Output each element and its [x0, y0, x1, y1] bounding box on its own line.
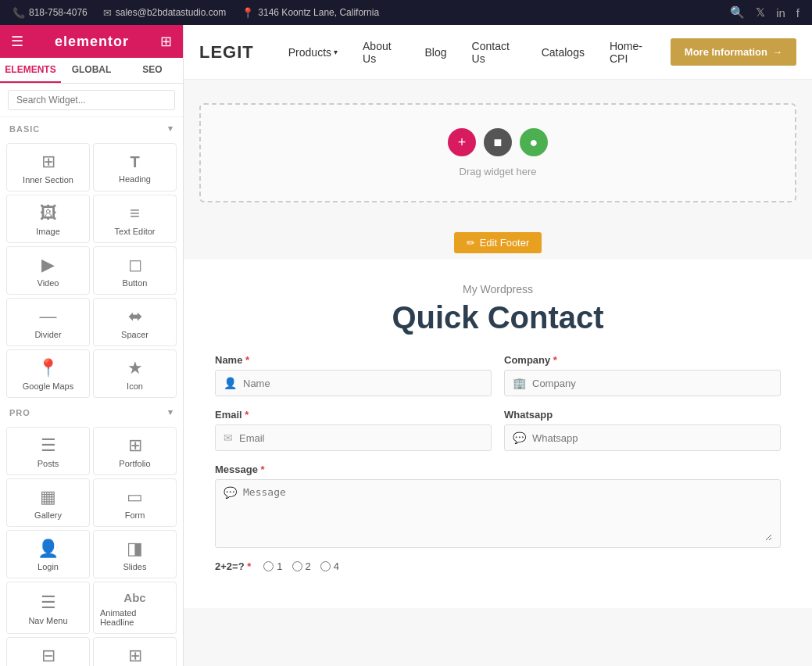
captcha-option-2[interactable]: 2: [292, 560, 311, 572]
edit-section-button[interactable]: ■: [484, 128, 512, 156]
footer-title: Quick Contact: [215, 300, 781, 335]
widget-label: Portfolio: [119, 459, 150, 468]
widget-label: Login: [38, 562, 59, 571]
company-input[interactable]: [532, 378, 772, 389]
widget-image[interactable]: 🖼 Image: [6, 195, 90, 243]
message-input-icon: 💬: [224, 486, 237, 541]
google-maps-icon: 📍: [38, 360, 59, 377]
phone-item: 📞 818-758-4076: [13, 7, 88, 19]
address-item: 📍 3146 Koontz Lane, California: [241, 7, 379, 19]
page-section: + ■ ● Drag widget here: [184, 80, 812, 226]
widget-inner-section[interactable]: ⊞ Inner Section: [6, 143, 90, 192]
widget-extra-2[interactable]: ⊞: [93, 637, 177, 666]
captcha-row: 2+2=? * 1 2 4: [215, 560, 781, 572]
sidebar-logo: elementor: [55, 34, 129, 50]
widget-animated-headline[interactable]: Abc Animated Headline: [93, 582, 177, 634]
captcha-option-1[interactable]: 1: [263, 560, 282, 572]
email-field: Email * ✉: [215, 409, 492, 451]
message-input[interactable]: [243, 486, 772, 541]
nav-home-cpi[interactable]: Home-CPI: [599, 34, 663, 71]
widget-label: Gallery: [34, 510, 62, 520]
widget-text-editor[interactable]: ≡ Text Editor: [93, 195, 177, 243]
top-bar-social: 🔍 𝕏 in f: [730, 5, 799, 20]
company-input-icon: 🏢: [513, 377, 526, 389]
captcha-radio-4[interactable]: [320, 561, 331, 571]
linkedin-icon[interactable]: in: [776, 6, 785, 20]
sidebar: ☰ elementor ⊞ ELEMENTS GLOBAL SEO BASIC …: [0, 25, 184, 666]
duplicate-section-button[interactable]: ●: [520, 128, 548, 156]
footer-section: My Wordpress Quick Contact Name * 👤: [184, 260, 812, 608]
video-icon: ▶: [41, 256, 55, 274]
widget-label: Video: [38, 278, 59, 288]
drag-label: Drag widget here: [460, 166, 537, 177]
widget-icon[interactable]: ★ Icon: [93, 349, 177, 398]
facebook-icon[interactable]: f: [796, 6, 799, 20]
widget-extra-1[interactable]: ⊟: [6, 637, 90, 666]
widget-button[interactable]: ◻ Button: [93, 246, 177, 295]
sidebar-tabs: ELEMENTS GLOBAL SEO: [0, 58, 183, 84]
widget-spacer[interactable]: ⬌ Spacer: [93, 298, 177, 346]
add-widget-button[interactable]: +: [448, 128, 476, 156]
name-input-icon: 👤: [224, 377, 237, 389]
nav-about[interactable]: About Us: [352, 34, 411, 71]
grid-icon[interactable]: ⊞: [160, 33, 172, 50]
top-bar: 📞 818-758-4076 ✉ sales@b2bdatastudio.com…: [0, 0, 812, 25]
widget-portfolio[interactable]: ⊞ Portfolio: [93, 427, 177, 475]
more-info-button[interactable]: More Information →: [671, 38, 796, 66]
widget-nav-menu[interactable]: ☰ Nav Menu: [6, 582, 90, 634]
search-input[interactable]: [8, 90, 175, 110]
form-grid-row2: Email * ✉ Whatsapp 💬: [215, 409, 781, 451]
widget-slides[interactable]: ◨ Slides: [93, 530, 177, 578]
name-input-wrap: 👤: [215, 370, 492, 396]
company-required: *: [553, 354, 557, 366]
divider-icon: —: [40, 308, 57, 325]
widget-heading[interactable]: T Heading: [93, 143, 177, 192]
widget-form[interactable]: ▭ Form: [93, 478, 177, 527]
section-basic-label[interactable]: BASIC ▾: [0, 117, 183, 140]
widget-gallery[interactable]: ▦ Gallery: [6, 478, 90, 527]
nav-catalogs[interactable]: Catalogs: [531, 40, 596, 65]
widget-google-maps[interactable]: 📍 Google Maps: [6, 349, 90, 398]
tab-seo[interactable]: SEO: [122, 58, 183, 83]
captcha-option-4[interactable]: 4: [320, 560, 339, 572]
widget-divider[interactable]: — Divider: [6, 298, 90, 346]
nav-products[interactable]: Products ▾: [277, 40, 349, 65]
search-icon[interactable]: 🔍: [730, 5, 745, 20]
sidebar-header: ☰ elementor ⊞: [0, 25, 183, 58]
name-input[interactable]: [243, 378, 483, 389]
nav-logo: LEGIT: [199, 42, 254, 63]
nav-contact[interactable]: Contact Us: [461, 34, 528, 71]
name-label: Name *: [215, 354, 492, 366]
image-icon: 🖼: [40, 205, 57, 222]
widget-video[interactable]: ▶ Video: [6, 246, 90, 295]
widget-posts[interactable]: ☰ Posts: [6, 427, 90, 475]
nav-items: Products ▾ About Us Blog Contact Us Cata…: [277, 34, 663, 71]
whatsapp-input[interactable]: [532, 432, 772, 444]
widget-label: Form: [125, 510, 145, 520]
form-grid-row1: Name * 👤 Company * 🏢: [215, 354, 781, 396]
nav-bar: LEGIT Products ▾ About Us Blog Contact U…: [184, 25, 812, 80]
captcha-label: 2+2=? *: [215, 560, 251, 572]
twitter-icon[interactable]: 𝕏: [756, 5, 765, 20]
more-info-arrow-icon: →: [772, 46, 782, 58]
nav-blog[interactable]: Blog: [414, 40, 458, 65]
tab-global[interactable]: GLOBAL: [61, 58, 122, 83]
widget-login[interactable]: 👤 Login: [6, 530, 90, 578]
captcha-radio-1[interactable]: [263, 561, 274, 571]
section-pro-label[interactable]: PRO ▾: [0, 401, 183, 424]
inner-section-icon: ⊞: [41, 153, 55, 170]
phone-text: 818-758-4076: [29, 7, 88, 18]
email-required: *: [245, 409, 249, 421]
tab-elements[interactable]: ELEMENTS: [0, 58, 61, 83]
captcha-radio-2[interactable]: [292, 561, 302, 571]
email-input-wrap: ✉: [215, 424, 492, 451]
widget-label: Nav Menu: [28, 616, 67, 625]
email-input[interactable]: [239, 432, 483, 444]
gallery-icon: ▦: [40, 489, 56, 506]
posts-icon: ☰: [41, 437, 56, 454]
email-label: Email *: [215, 409, 492, 421]
widget-label: Text Editor: [115, 227, 156, 236]
drag-controls: + ■ ●: [448, 128, 548, 156]
hamburger-icon[interactable]: ☰: [11, 33, 23, 50]
edit-footer-button[interactable]: ✏ Edit Footer: [454, 232, 542, 253]
